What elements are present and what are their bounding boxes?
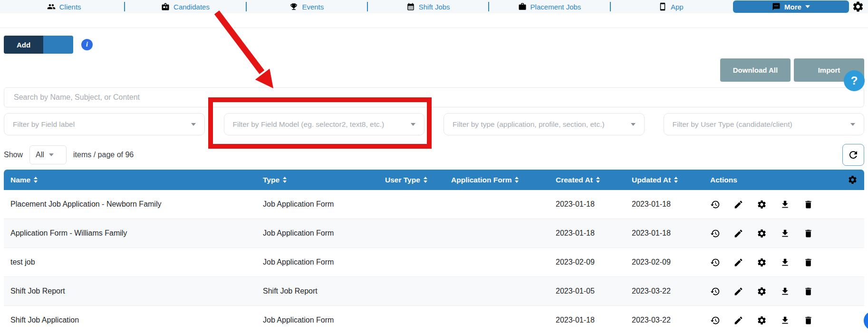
row-actions (706, 286, 837, 296)
column-header-created-at[interactable]: Created At (552, 176, 628, 184)
sort-icon (424, 177, 427, 183)
nav-item-app[interactable]: App (611, 0, 731, 13)
row-actions (706, 315, 837, 325)
row-settings-gear-icon[interactable] (757, 286, 767, 296)
nav-item-placement-jobs[interactable]: Placement Jobs (489, 0, 609, 13)
cell-type: Job Application Form (259, 200, 381, 209)
trophy-icon (289, 2, 298, 11)
table-row: Shift Job Report Shift Job Report 2023-0… (4, 277, 864, 306)
chevron-down-icon (191, 123, 196, 126)
delete-trash-icon[interactable] (803, 228, 813, 238)
cell-created-at: 2023-01-18 (552, 200, 628, 209)
cell-type: Job Application Form (259, 316, 381, 324)
page: Clients Candidates Events Shift Jobs Pla… (0, 0, 868, 333)
sort-icon (674, 177, 678, 183)
cell-created-at: 2023-01-05 (552, 287, 628, 295)
add-button-dropdown-segment[interactable] (43, 36, 73, 54)
clients-icon (47, 2, 56, 11)
forms-table: Name Type User Type Application Form Cre… (4, 170, 864, 333)
download-icon[interactable] (780, 286, 790, 296)
column-header-user-type[interactable]: User Type (381, 176, 447, 184)
column-header-type[interactable]: Type (259, 176, 381, 184)
filter-field-model-dropdown[interactable]: Filter by Field Model (eg. selector2, te… (224, 113, 425, 135)
filter-placeholder: Filter by Field label (13, 120, 191, 129)
history-icon[interactable] (710, 286, 720, 296)
nav-item-events[interactable]: Events (247, 0, 367, 13)
cell-name: Placement Job Application - Newborn Fami… (4, 200, 259, 209)
more-label: More (784, 3, 801, 11)
download-icon[interactable] (780, 257, 790, 267)
cell-name: Shift Job Report (4, 287, 259, 295)
row-settings-gear-icon[interactable] (757, 228, 767, 238)
edit-pencil-icon[interactable] (733, 257, 743, 267)
cell-type: Shift Job Report (259, 287, 381, 295)
column-header-name[interactable]: Name (4, 176, 259, 184)
nav-label: Candidates (174, 3, 210, 11)
nav-item-candidates[interactable]: Candidates (125, 0, 245, 13)
history-icon[interactable] (710, 257, 720, 267)
items-per-page-label: items / page of 96 (73, 151, 134, 159)
edit-pencil-icon[interactable] (733, 228, 743, 238)
cell-updated-at: 2023-02-09 (628, 258, 706, 266)
nav-item-clients[interactable]: Clients (4, 0, 124, 13)
more-button[interactable]: More (733, 0, 849, 13)
column-settings-gear-icon[interactable] (848, 175, 858, 185)
nav-item-shift-jobs[interactable]: Shift Jobs (368, 0, 488, 13)
row-actions (706, 228, 837, 238)
cell-type: Job Application Form (259, 258, 381, 266)
cell-updated-at: 2023-01-18 (628, 229, 706, 238)
filter-type-dropdown[interactable]: Filter by type (application, profile, se… (444, 113, 645, 135)
filter-placeholder: Filter by User Type (candidate/client) (673, 120, 851, 129)
table-row: Shift Job Application Job Application Fo… (4, 306, 864, 333)
delete-trash-icon[interactable] (803, 257, 813, 267)
column-header-updated-at[interactable]: Updated At (628, 176, 706, 184)
cell-updated-at: 2023-03-22 (628, 316, 706, 324)
history-icon[interactable] (710, 228, 720, 238)
sort-icon (515, 177, 519, 183)
delete-trash-icon[interactable] (803, 286, 813, 296)
add-button-label: Add (4, 36, 43, 54)
cell-updated-at: 2023-01-18 (628, 200, 706, 209)
nav-label: Placement Jobs (530, 3, 581, 11)
add-button[interactable]: Add (4, 36, 73, 54)
download-all-button[interactable]: Download All (720, 58, 791, 82)
page-size-dropdown[interactable]: All (29, 145, 67, 164)
settings-gear-icon[interactable] (852, 0, 864, 13)
download-icon[interactable] (780, 200, 790, 209)
download-icon[interactable] (780, 228, 790, 238)
cell-name: Shift Job Application (4, 316, 259, 324)
column-header-application-form[interactable]: Application Form (447, 176, 552, 184)
refresh-button[interactable] (842, 144, 864, 166)
chevron-down-icon (850, 123, 855, 126)
search-input[interactable] (4, 87, 864, 107)
badge-icon (161, 2, 170, 11)
filter-field-label-dropdown[interactable]: Filter by Field label (4, 113, 205, 135)
chevron-down-icon (631, 123, 636, 126)
filter-placeholder: Filter by type (application, profile, se… (453, 120, 631, 129)
edit-pencil-icon[interactable] (733, 200, 743, 209)
edit-pencil-icon[interactable] (733, 315, 743, 325)
delete-trash-icon[interactable] (803, 315, 813, 325)
chevron-down-icon (805, 5, 810, 8)
filter-user-type-dropdown[interactable]: Filter by User Type (candidate/client) (664, 113, 865, 135)
floating-chat-button[interactable] (864, 311, 868, 330)
cell-created-at: 2023-01-18 (552, 229, 628, 238)
cell-updated-at: 2023-03-22 (628, 287, 706, 295)
help-icon[interactable]: ? (844, 70, 865, 91)
download-icon[interactable] (780, 315, 790, 325)
section-divider (0, 28, 868, 28)
delete-trash-icon[interactable] (803, 200, 813, 209)
row-settings-gear-icon[interactable] (757, 257, 767, 267)
pagination-bar: Show All items / page of 96 (4, 144, 864, 166)
nav-label: Clients (59, 3, 81, 11)
briefcase-icon (518, 2, 527, 11)
chat-icon (772, 2, 781, 11)
edit-pencil-icon[interactable] (733, 286, 743, 296)
history-icon[interactable] (710, 315, 720, 325)
table-row: test job Job Application Form 2023-02-09… (4, 248, 864, 277)
row-settings-gear-icon[interactable] (757, 200, 767, 209)
info-icon[interactable]: i (81, 39, 93, 50)
nav-label: App (671, 3, 684, 11)
row-settings-gear-icon[interactable] (757, 315, 767, 325)
history-icon[interactable] (710, 200, 720, 209)
